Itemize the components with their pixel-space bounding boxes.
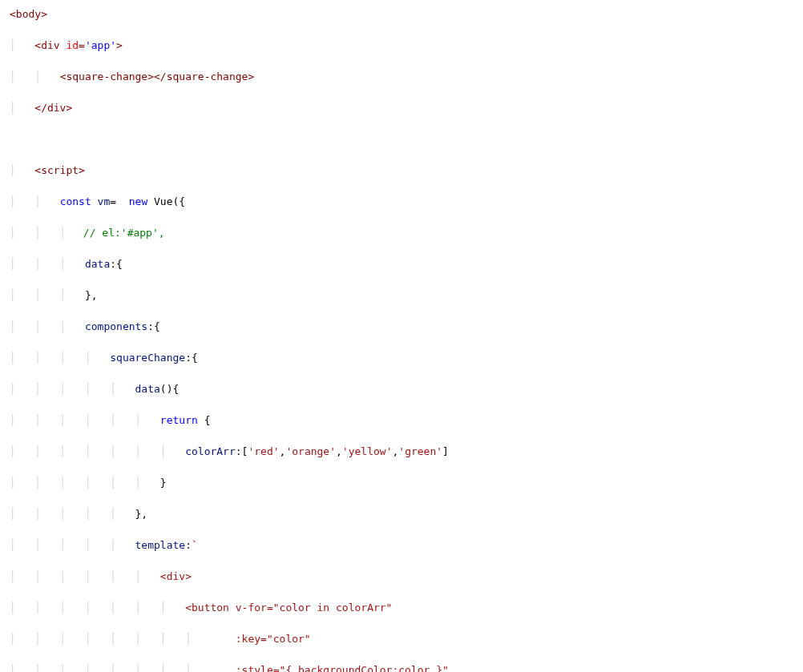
code-block: <body> │ <div id='app'> │ │ <square-chan…: [10, 6, 793, 672]
tag-open: <body>: [10, 8, 47, 20]
indent-guide: │: [10, 39, 34, 51]
